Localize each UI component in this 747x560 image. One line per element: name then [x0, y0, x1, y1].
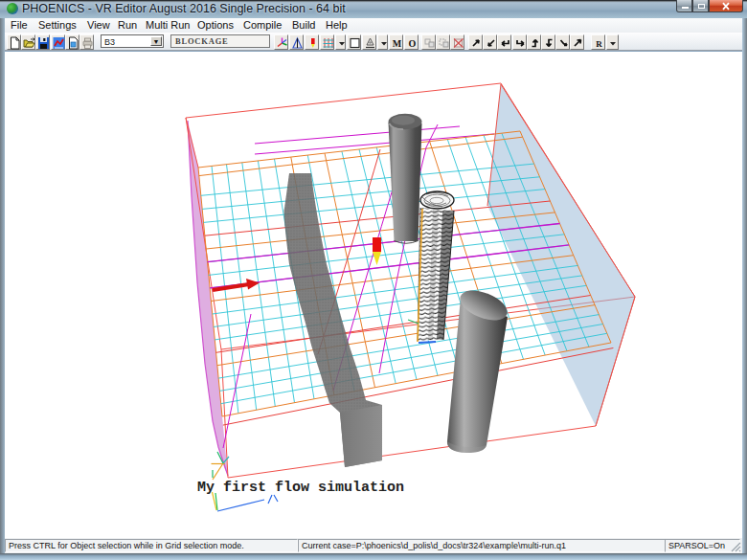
svg-text:O: O	[409, 38, 417, 49]
svg-text:My first flow simulation: My first flow simulation	[197, 480, 404, 496]
svg-text:M: M	[393, 38, 402, 49]
svg-text:R: R	[596, 39, 602, 49]
